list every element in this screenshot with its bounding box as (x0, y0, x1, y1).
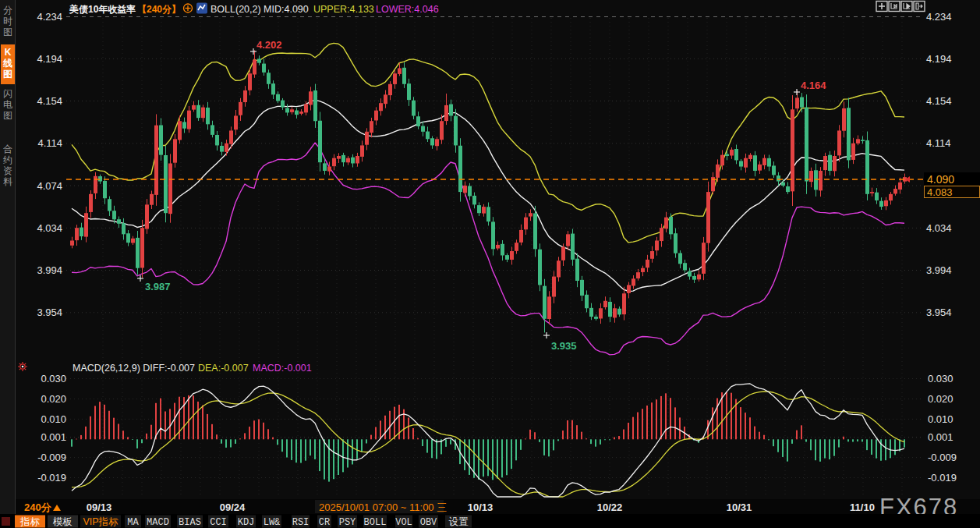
svg-text:-0.009: -0.009 (928, 452, 957, 463)
svg-text:10/31: 10/31 (727, 501, 752, 513)
svg-text:0.020: 0.020 (928, 393, 953, 405)
svg-text:3.987: 3.987 (145, 281, 171, 292)
svg-text:VOL: VOL (395, 517, 412, 528)
svg-text:UPPER:4.133: UPPER:4.133 (313, 4, 374, 15)
svg-text:4.083: 4.083 (927, 186, 953, 198)
svg-text:4.234: 4.234 (926, 11, 952, 23)
svg-text:4.194: 4.194 (37, 53, 62, 65)
svg-text:0.030: 0.030 (928, 373, 953, 384)
svg-text:LOWER:4.046: LOWER:4.046 (376, 4, 439, 15)
svg-text:LW&: LW& (264, 517, 281, 528)
svg-text:-0.019: -0.019 (928, 472, 957, 484)
svg-text:0.010: 0.010 (41, 413, 66, 425)
svg-text:BOLL: BOLL (364, 517, 387, 528)
svg-text:BOLL(20,2) MID:4.090: BOLL(20,2) MID:4.090 (211, 4, 309, 15)
svg-text:VIP指标: VIP指标 (83, 516, 119, 527)
svg-text:KDJ: KDJ (238, 517, 255, 528)
svg-text:4.114: 4.114 (37, 137, 62, 149)
svg-text:4.164: 4.164 (801, 80, 826, 91)
svg-text:4.202: 4.202 (256, 39, 282, 51)
svg-text:MA: MA (127, 517, 139, 528)
svg-text:0.001: 0.001 (41, 431, 66, 443)
svg-text:4.234: 4.234 (37, 11, 62, 23)
svg-text:4.114: 4.114 (926, 137, 951, 149)
svg-text:4.074: 4.074 (37, 180, 62, 192)
svg-text:0.010: 0.010 (928, 413, 953, 425)
svg-text:-0.019: -0.019 (37, 472, 66, 484)
svg-text:4.090: 4.090 (927, 173, 954, 186)
svg-text:09/24: 09/24 (220, 501, 246, 513)
svg-text:图: 图 (3, 110, 12, 121)
svg-text:BIAS: BIAS (179, 517, 201, 528)
svg-text:0.001: 0.001 (928, 431, 953, 443)
svg-text:-0.009: -0.009 (37, 452, 66, 463)
svg-text:0.020: 0.020 (41, 393, 66, 405)
svg-text:4.034: 4.034 (926, 222, 952, 234)
svg-text:OBV: OBV (420, 517, 437, 528)
svg-text:4.154: 4.154 (37, 95, 62, 107)
svg-text:【240分】: 【240分】 (137, 4, 181, 15)
svg-text:3.994: 3.994 (37, 264, 62, 276)
svg-text:合: 合 (3, 144, 12, 154)
svg-text:分: 分 (3, 5, 12, 16)
svg-text:240分: 240分 (24, 501, 52, 513)
svg-text:模板: 模板 (52, 516, 73, 527)
svg-text:RSI: RSI (292, 517, 310, 528)
svg-text:PSY: PSY (339, 517, 356, 528)
svg-text:MACD:-0.001: MACD:-0.001 (253, 363, 312, 374)
svg-text:CR: CR (319, 517, 330, 528)
svg-text:图: 图 (3, 27, 12, 37)
svg-text:图: 图 (3, 69, 12, 80)
svg-text:4.194: 4.194 (926, 53, 952, 65)
svg-text:3.954: 3.954 (926, 307, 952, 318)
svg-text:10/13: 10/13 (468, 501, 494, 513)
svg-text:3.954: 3.954 (37, 307, 62, 318)
svg-text:11/10: 11/10 (850, 501, 875, 513)
svg-text:指标: 指标 (19, 516, 41, 527)
svg-text:3.994: 3.994 (926, 264, 952, 276)
svg-text:MACD(26,12,9) DIFF:-0.007: MACD(26,12,9) DIFF:-0.007 (73, 363, 195, 374)
svg-text:线: 线 (2, 58, 12, 69)
svg-text:MACD: MACD (147, 517, 169, 528)
svg-text:4.034: 4.034 (37, 222, 62, 234)
svg-text:设置: 设置 (449, 516, 469, 527)
svg-text:CCI: CCI (210, 517, 227, 528)
svg-text:资: 资 (3, 165, 12, 176)
svg-text:4.154: 4.154 (926, 95, 952, 107)
svg-text:DEA:-0.007: DEA:-0.007 (198, 363, 249, 374)
svg-text:电: 电 (3, 99, 12, 110)
svg-text:料: 料 (3, 176, 12, 187)
svg-text:美债10年收益率: 美债10年收益率 (69, 4, 136, 15)
svg-text:10/22: 10/22 (597, 501, 623, 513)
svg-text:2025/10/01 07:00 ~ 11:00 三: 2025/10/01 07:00 ~ 11:00 三 (319, 501, 447, 513)
svg-text:闪: 闪 (3, 88, 12, 99)
svg-text:K: K (5, 47, 12, 58)
svg-text:09/13: 09/13 (87, 501, 112, 513)
svg-text:3.935: 3.935 (551, 340, 577, 352)
svg-text:约: 约 (3, 154, 12, 165)
svg-text:时: 时 (3, 16, 12, 27)
svg-text:0.030: 0.030 (41, 373, 66, 384)
